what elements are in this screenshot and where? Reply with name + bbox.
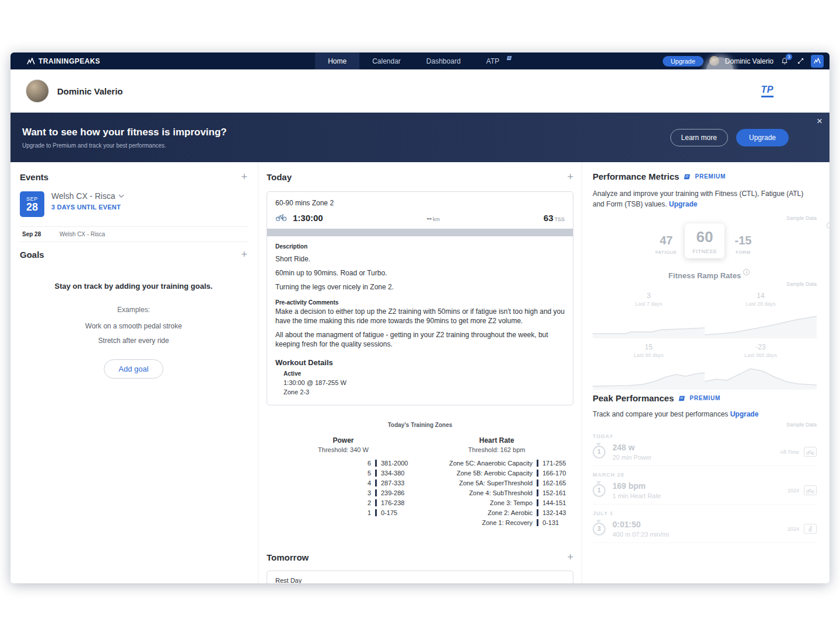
tp-logo[interactable]: TP: [761, 85, 774, 97]
fatigue-metric: 47 FATIGUE: [648, 230, 685, 258]
main-nav: Home Calendar Dashboard ATP: [315, 52, 517, 69]
event-countdown: 3 DAYS UNTIL EVENT: [51, 204, 124, 211]
workout-details-label: Workout Details: [275, 358, 565, 367]
page-header: Dominic Valerio TP: [10, 69, 830, 113]
upgrade-link-peaks[interactable]: Upgrade: [730, 410, 759, 418]
page-user-name: Dominic Valerio: [57, 86, 123, 96]
close-icon[interactable]: ×: [817, 116, 822, 126]
top-navbar: TRAININGPEAKS Home Calendar Dashboard AT…: [10, 52, 830, 69]
add-event-button[interactable]: +: [241, 172, 247, 182]
power-zone-row: 4287-333: [267, 478, 420, 488]
learn-more-button[interactable]: Learn more: [670, 129, 728, 146]
event-card: SEP 28 Welsh CX - Risca 3 DAYS UNTIL EVE…: [20, 191, 247, 217]
upgrade-button-nav[interactable]: Upgrade: [663, 56, 704, 66]
add-workout-today-button[interactable]: +: [567, 172, 573, 182]
avatar-small[interactable]: [709, 56, 719, 66]
main-content: Events + SEP 28 Welsh CX - Risca 3 DAYS …: [10, 162, 830, 583]
premium-flag-icon: [678, 396, 685, 401]
fitness-metric: 60 FITNESS: [685, 223, 724, 258]
expand-icon[interactable]: [796, 57, 805, 66]
info-icon[interactable]: i: [827, 222, 830, 229]
power-zone-row: 10-175: [267, 508, 420, 517]
upgrade-button-banner[interactable]: Upgrade: [736, 129, 789, 146]
user-avatar[interactable]: [26, 79, 49, 103]
medal-icon: 1: [593, 484, 606, 497]
performance-metrics-description: Analyze and improve your training with F…: [593, 188, 817, 209]
hr-zone-row: Zone 5A: SuperThreshold162-165: [420, 478, 573, 488]
sample-data-label: Sample Data: [593, 281, 817, 287]
upgrade-banner: Want to see how your fitness is improvin…: [10, 113, 830, 162]
hr-zone-row: Zone 5C: Anaerobic Capacity171-255: [420, 458, 573, 468]
notifications-bell-icon[interactable]: 3: [779, 56, 790, 66]
ramp-cell-28d: 14 Last 28 days: [705, 287, 817, 338]
power-title: Power: [267, 436, 420, 444]
heart-rate-title: Heart Rate: [420, 436, 573, 444]
workout-distance: --km: [323, 214, 544, 223]
ramp-rates-title: Fitness Ramp Ratesi: [593, 271, 817, 280]
workout-progress-bar: [267, 229, 573, 236]
hr-zone-row: Zone 4: SubThreshold152-161: [420, 488, 573, 498]
event-name-toggle[interactable]: Welsh CX - Risca: [51, 191, 124, 201]
peak-row: 3 0:01:50 400 m 07:23 min/mi 2024: [593, 516, 817, 543]
goals-empty-state: Stay on track by adding your training go…: [20, 282, 247, 379]
event-list-row[interactable]: Sep 28 Welsh CX - Risca: [20, 226, 247, 242]
bike-icon: [275, 214, 287, 221]
add-goal-plus-button[interactable]: +: [241, 249, 247, 260]
rest-day-label: Rest Day: [275, 577, 302, 583]
goals-examples-label: Examples:: [20, 306, 247, 314]
nav-calendar[interactable]: Calendar: [359, 52, 414, 69]
upgrade-link-metrics[interactable]: Upgrade: [669, 200, 698, 208]
peak-badge: 2024: [788, 488, 799, 494]
power-zone-row: 2176-238: [267, 498, 420, 508]
bike-icon: [804, 485, 817, 495]
description-line: Turning the legs over nicely in Zone 2.: [275, 282, 565, 292]
add-goal-button[interactable]: Add goal: [104, 359, 163, 379]
info-icon[interactable]: i: [743, 269, 750, 275]
workout-stats: 1:30:00 --km 63TSS: [275, 213, 565, 223]
power-zone-row: 5334-380: [267, 468, 420, 478]
screenshot-stage: TRAININGPEAKS Home Calendar Dashboard AT…: [0, 0, 840, 630]
medal-icon: 1: [593, 446, 606, 459]
left-column: Events + SEP 28 Welsh CX - Risca 3 DAYS …: [10, 162, 258, 583]
event-day: 28: [26, 202, 38, 212]
peak-badge: All-Time: [780, 449, 799, 455]
right-column: Performance Metrics PREMIUM Analyze and …: [582, 162, 830, 583]
center-column: Today + 60-90 mins Zone 2 1:30:00 --km: [258, 162, 582, 583]
navbar-right-cluster: Upgrade Dominic Valerio 3: [663, 55, 824, 68]
add-workout-tomorrow-button[interactable]: +: [567, 552, 573, 562]
app-tile-icon[interactable]: [811, 55, 824, 68]
workout-duration: 1:30:00: [293, 213, 323, 223]
goal-example-1: Work on a smooth pedal stroke: [20, 320, 247, 333]
heart-rate-threshold: Threshold: 162 bpm: [420, 446, 573, 453]
trainingpeaks-brand[interactable]: TRAININGPEAKS: [27, 57, 100, 65]
peak-row: 1 169 bpm 1 min Heart Rate 2024: [593, 478, 817, 505]
notification-badge: 3: [786, 54, 792, 60]
sample-data-label: Sample Data: [593, 215, 817, 221]
rest-day-card[interactable]: Rest Day: [267, 570, 573, 583]
workout-card[interactable]: 60-90 mins Zone 2 1:30:00 --km 63TSS: [267, 191, 573, 405]
banner-title: Want to see how your fitness is improvin…: [22, 127, 227, 138]
ramp-cell-90d: 15 Last 90 days: [593, 338, 705, 390]
nav-atp[interactable]: ATP: [474, 52, 517, 69]
ramp-cell-7d: 3 Last 7 days: [593, 287, 705, 338]
sparkline-7d: [593, 313, 705, 338]
power-threshold: Threshold: 340 W: [267, 446, 420, 453]
goals-prompt: Stay on track by adding your training go…: [20, 282, 247, 290]
nav-home[interactable]: Home: [315, 52, 359, 69]
ramp-cell-365d: -23 Last 365 days: [705, 338, 817, 390]
user-name[interactable]: Dominic Valerio: [725, 57, 774, 65]
hr-zone-row: Zone 2: Aerobic132-143: [420, 508, 573, 517]
event-date-badge: SEP 28: [20, 191, 44, 217]
medal-icon: 3: [593, 523, 606, 536]
description-label: Description: [275, 243, 565, 250]
run-icon: [804, 524, 817, 534]
event-row-date: Sep 28: [22, 231, 50, 237]
performance-metrics-title: Performance Metrics: [593, 172, 679, 181]
sparkline-365d: [705, 364, 817, 390]
training-zones-title: Today's Training Zones: [267, 422, 573, 428]
event-name: Welsh CX - Risca: [51, 191, 115, 201]
ramp-rates-grid: 3 Last 7 days 14 Last 28 days: [593, 287, 817, 390]
event-row-name: Welsh CX - Risca: [60, 231, 105, 237]
peak-performances-list: TODAY 1 248 w 20 min Power All-Time MARC…: [593, 433, 817, 543]
nav-dashboard[interactable]: Dashboard: [414, 52, 474, 69]
